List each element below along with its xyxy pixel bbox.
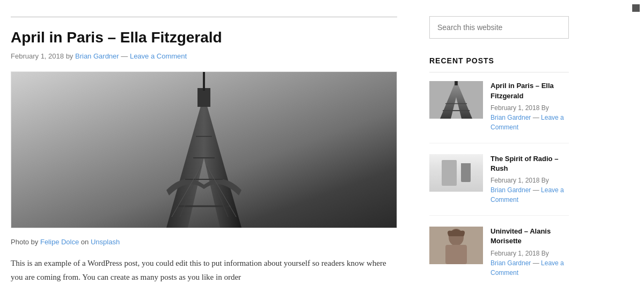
recent-post-title-3: Uninvited – Alanis Morisette <box>491 227 569 246</box>
unsplash-link[interactable]: Unsplash <box>91 238 120 246</box>
recent-posts-heading: Recent Posts <box>429 55 569 72</box>
page-wrapper: April in Paris – Ella Fitzgerald Februar… <box>0 0 644 298</box>
eiffel-tower-svg <box>150 72 258 228</box>
photo-credit-prefix: Photo by <box>11 238 38 246</box>
post-title: April in Paris – Ella Fitzgerald <box>11 28 397 47</box>
recent-post-thumb-3 <box>429 227 483 264</box>
svg-rect-19 <box>445 245 467 264</box>
recent-post-author-link-3[interactable]: Brian Gardner <box>491 259 531 267</box>
thumb-alanis-svg <box>429 227 483 264</box>
author-link[interactable]: Brian Gardner <box>75 52 119 60</box>
post-image-container <box>11 71 397 228</box>
recent-post-item-2: The Spirit of Radio – Rush February 1, 2… <box>429 154 569 216</box>
recent-post-meta-2: February 1, 2018 By Brian Gardner — Leav… <box>491 176 569 205</box>
recent-post-author-link-2[interactable]: Brian Gardner <box>491 186 531 194</box>
thumb-alanis-image <box>429 227 483 264</box>
svg-rect-1 <box>197 88 210 107</box>
leave-comment-link[interactable]: Leave a Comment <box>130 52 187 60</box>
recent-post-info-2: The Spirit of Radio – Rush February 1, 2… <box>491 154 569 205</box>
recent-post-item-3: Uninvited – Alanis Morisette February 1,… <box>429 227 569 288</box>
post-date: February 1, 2018 <box>11 52 64 60</box>
main-content: April in Paris – Ella Fitzgerald Februar… <box>11 11 397 298</box>
recent-post-item: April in Paris – Ella Fitzgerald Februar… <box>429 81 569 143</box>
svg-marker-0 <box>166 104 241 228</box>
search-input[interactable] <box>429 16 569 39</box>
sidebar: Recent Posts <box>429 11 569 298</box>
speaker-shape <box>442 160 457 186</box>
post-image <box>11 72 397 228</box>
recent-post-meta-1: February 1, 2018 By Brian Gardner — Leav… <box>491 103 569 132</box>
top-divider <box>11 16 397 18</box>
thumb-radio-image <box>429 154 483 192</box>
recent-post-thumb-1 <box>429 81 483 119</box>
photo-credit-mid: on <box>81 238 89 246</box>
recent-post-info-1: April in Paris – Ella Fitzgerald Februar… <box>491 81 569 132</box>
recent-post-title-1: April in Paris – Ella Fitzgerald <box>491 81 569 100</box>
recent-post-meta-3: February 1, 2018 By Brian Gardner — Leav… <box>491 249 569 278</box>
photographer-link[interactable]: Felipe Dolce <box>40 238 79 246</box>
svg-rect-16 <box>456 81 457 85</box>
post-meta: February 1, 2018 by Brian Gardner — Leav… <box>11 51 397 62</box>
post-dash: — <box>121 52 130 60</box>
recent-post-info-3: Uninvited – Alanis Morisette February 1,… <box>491 227 569 277</box>
thumb-eiffel-image <box>429 81 483 119</box>
plant-shape <box>461 163 471 182</box>
svg-rect-2 <box>203 72 205 91</box>
thumb-eiffel-svg <box>429 81 483 119</box>
recent-post-thumb-2 <box>429 154 483 192</box>
post-body: This is an example of a WordPress post, … <box>11 257 397 284</box>
recent-post-title-2: The Spirit of Radio – Rush <box>491 154 569 173</box>
recent-post-author-link-1[interactable]: Brian Gardner <box>491 114 531 121</box>
photo-credit: Photo by Felipe Dolce on Unsplash <box>11 237 397 248</box>
post-by: by <box>66 52 74 60</box>
